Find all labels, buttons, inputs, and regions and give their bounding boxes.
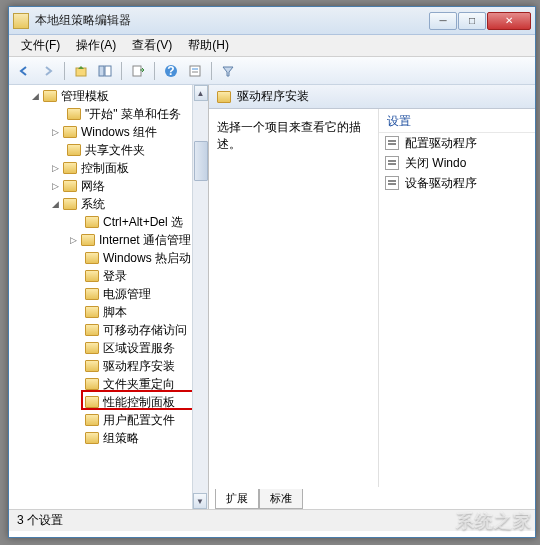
tree-node[interactable]: 脚本 (9, 303, 208, 321)
expand-icon[interactable]: ▷ (49, 180, 61, 192)
description-column: 选择一个项目来查看它的描述。 (209, 109, 379, 487)
gpedit-window: 本地组策略编辑器 ─ □ ✕ 文件(F) 操作(A) 查看(V) 帮助(H) ? (8, 6, 536, 538)
tree-node[interactable]: 文件夹重定向 (9, 375, 208, 393)
window-buttons: ─ □ ✕ (428, 12, 531, 30)
tree-node[interactable]: Windows 热启动 (9, 249, 208, 267)
folder-icon (85, 396, 99, 408)
menu-view[interactable]: 查看(V) (124, 35, 180, 56)
description-text: 选择一个项目来查看它的描述。 (217, 119, 370, 153)
collapse-icon[interactable]: ◢ (49, 198, 61, 210)
svg-rect-2 (105, 66, 111, 76)
setting-label: 关闭 Windo (405, 155, 466, 172)
folder-icon (85, 306, 99, 318)
tree-node[interactable]: 共享文件夹 (9, 141, 208, 159)
tab-standard[interactable]: 标准 (259, 489, 303, 509)
tree: ◢ 管理模板 "开始" 菜单和任务 ▷Windows 组件 共享文件夹 ▷控制面… (9, 85, 208, 449)
filter-button[interactable] (217, 60, 239, 82)
tree-node-admin-templates[interactable]: ◢ 管理模板 (9, 87, 208, 105)
status-text: 3 个设置 (17, 512, 63, 529)
maximize-button[interactable]: □ (458, 12, 486, 30)
minimize-button[interactable]: ─ (429, 12, 457, 30)
folder-icon (63, 162, 77, 174)
folder-icon (85, 252, 99, 264)
tree-node[interactable]: 电源管理 (9, 285, 208, 303)
tree-scrollbar[interactable]: ▲ ▼ (192, 85, 208, 509)
tree-label: 用户配置文件 (103, 412, 175, 429)
tree-scroll[interactable]: ◢ 管理模板 "开始" 菜单和任务 ▷Windows 组件 共享文件夹 ▷控制面… (9, 85, 208, 509)
expand-icon[interactable]: ▷ (49, 126, 61, 138)
tree-node[interactable]: 组策略 (9, 429, 208, 447)
help-button[interactable]: ? (160, 60, 182, 82)
menubar: 文件(F) 操作(A) 查看(V) 帮助(H) (9, 35, 535, 57)
collapse-icon[interactable]: ◢ (29, 90, 41, 102)
settings-header[interactable]: 设置 (379, 109, 535, 133)
tree-node[interactable]: ▷控制面板 (9, 159, 208, 177)
settings-column: 设置 配置驱动程序 关闭 Windo 设备驱动程序 (379, 109, 535, 487)
tree-label: 脚本 (103, 304, 127, 321)
tree-label: "开始" 菜单和任务 (85, 106, 181, 123)
tree-label: Windows 组件 (81, 124, 157, 141)
toolbar-separator (154, 62, 155, 80)
scroll-thumb[interactable] (194, 141, 208, 181)
folder-icon (85, 432, 99, 444)
folder-icon (63, 126, 77, 138)
scroll-down-icon[interactable]: ▼ (193, 493, 207, 509)
expand-icon[interactable]: ▷ (49, 162, 61, 174)
back-button[interactable] (13, 60, 35, 82)
folder-icon (67, 108, 81, 120)
expand-icon[interactable]: ▷ (67, 234, 79, 246)
folder-icon (43, 90, 57, 102)
tree-node[interactable]: ▷Internet 通信管理 (9, 231, 208, 249)
svg-rect-0 (76, 68, 86, 76)
tree-node-driver-install[interactable]: 驱动程序安装 (9, 357, 208, 375)
window-title: 本地组策略编辑器 (35, 12, 428, 29)
tree-label: 组策略 (103, 430, 139, 447)
setting-item[interactable]: 设备驱动程序 (379, 173, 535, 193)
menu-file[interactable]: 文件(F) (13, 35, 68, 56)
tree-node[interactable]: ▷Windows 组件 (9, 123, 208, 141)
folder-icon (85, 270, 99, 282)
export-list-button[interactable] (127, 60, 149, 82)
tree-node[interactable]: 可移动存储访问 (9, 321, 208, 339)
policy-icon (385, 156, 399, 170)
tree-label: Ctrl+Alt+Del 选 (103, 214, 183, 231)
svg-text:?: ? (167, 64, 174, 78)
tree-label: 管理模板 (61, 88, 109, 105)
tree-label: Windows 热启动 (103, 250, 191, 267)
tab-extended[interactable]: 扩展 (215, 489, 259, 509)
folder-icon (63, 198, 77, 210)
menu-action[interactable]: 操作(A) (68, 35, 124, 56)
tree-node[interactable]: 登录 (9, 267, 208, 285)
tree-node[interactable]: ▷网络 (9, 177, 208, 195)
folder-icon (85, 324, 99, 336)
setting-item[interactable]: 关闭 Windo (379, 153, 535, 173)
folder-icon (85, 288, 99, 300)
tree-node[interactable]: 区域设置服务 (9, 339, 208, 357)
tree-label: 网络 (81, 178, 105, 195)
show-hide-tree-button[interactable] (94, 60, 116, 82)
folder-icon (67, 144, 81, 156)
properties-button[interactable] (184, 60, 206, 82)
up-button[interactable] (70, 60, 92, 82)
tree-label: 区域设置服务 (103, 340, 175, 357)
tree-label: 电源管理 (103, 286, 151, 303)
content-area: ◢ 管理模板 "开始" 菜单和任务 ▷Windows 组件 共享文件夹 ▷控制面… (9, 85, 535, 509)
tree-node[interactable]: Ctrl+Alt+Del 选 (9, 213, 208, 231)
forward-button[interactable] (37, 60, 59, 82)
details-title: 驱动程序安装 (237, 88, 309, 105)
setting-item[interactable]: 配置驱动程序 (379, 133, 535, 153)
scroll-up-icon[interactable]: ▲ (194, 85, 208, 101)
menu-help[interactable]: 帮助(H) (180, 35, 237, 56)
tree-label: Internet 通信管理 (99, 232, 191, 249)
svg-rect-3 (133, 66, 141, 76)
tree-label: 控制面板 (81, 160, 129, 177)
tree-node-system[interactable]: ◢系统 (9, 195, 208, 213)
policy-icon (385, 136, 399, 150)
policy-icon (385, 176, 399, 190)
close-button[interactable]: ✕ (487, 12, 531, 30)
tree-node[interactable]: 性能控制面板 (9, 393, 208, 411)
tree-node[interactable]: "开始" 菜单和任务 (9, 105, 208, 123)
tree-node[interactable]: 用户配置文件 (9, 411, 208, 429)
tree-pane: ◢ 管理模板 "开始" 菜单和任务 ▷Windows 组件 共享文件夹 ▷控制面… (9, 85, 209, 509)
tree-label: 性能控制面板 (103, 394, 175, 411)
